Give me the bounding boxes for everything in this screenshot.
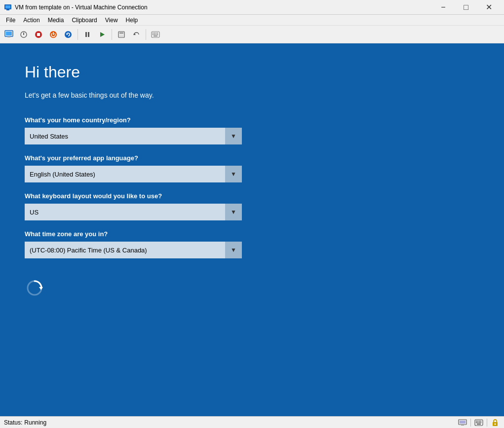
svg-rect-24 [157,33,158,34]
power-button[interactable] [46,28,60,41]
svg-rect-39 [480,421,481,422]
keyboard-button[interactable] [149,28,162,41]
country-select-wrapper: United States ▼ [25,128,242,144]
svg-rect-21 [153,33,154,34]
svg-point-11 [65,31,72,38]
menu-bar: File Action Media Clipboard View Help [0,15,504,26]
keyboard-select-wrapper: US ▼ [25,204,242,220]
keyboard-label: What keyboard layout would you like to u… [25,192,479,200]
reset-circle-button[interactable] [61,28,75,41]
app-icon [4,3,12,11]
close-button[interactable]: ✕ [477,0,500,15]
svg-point-46 [495,423,496,425]
undo-button[interactable] [129,28,143,41]
status-label: Status: [4,419,22,426]
lock-icon[interactable] [490,418,500,428]
language-section: What's your preferred app language? Engl… [25,154,479,182]
keyboard-status-icon[interactable] [474,418,484,428]
menu-file[interactable]: File [2,16,19,25]
svg-rect-34 [461,425,464,426]
vm-icon-button[interactable] [2,28,16,41]
status-value: Running [24,419,46,426]
svg-rect-29 [154,36,157,36]
svg-rect-36 [476,421,477,422]
revert-button[interactable] [17,28,31,41]
language-select[interactable]: English (United States) [25,166,242,182]
svg-rect-22 [154,33,155,34]
svg-rect-2 [6,9,9,10]
save-button[interactable] [115,28,128,41]
vm-screen: Hi there Let's get a few basic things ou… [0,43,504,416]
svg-marker-15 [100,32,105,37]
menu-help[interactable]: Help [122,16,142,25]
svg-rect-13 [85,32,87,37]
play-button[interactable] [95,28,109,41]
status-divider-2 [487,419,487,427]
menu-media[interactable]: Media [44,16,68,25]
svg-rect-44 [477,424,481,425]
timezone-label: What time zone are you in? [25,230,479,238]
timezone-select[interactable]: (UTC-08:00) Pacific Time (US & Canada) [25,242,242,258]
svg-marker-31 [39,287,43,290]
keyboard-section: What keyboard layout would you like to u… [25,192,479,220]
screen-heading: Hi there [25,63,479,81]
svg-rect-17 [119,32,123,34]
svg-rect-23 [155,33,156,34]
svg-rect-37 [477,421,478,422]
svg-rect-41 [477,422,478,423]
monitor-icon[interactable] [458,418,467,428]
language-select-wrapper: English (United States) ▼ [25,166,242,182]
window-controls: − □ ✕ [432,0,500,15]
svg-rect-26 [154,34,155,35]
svg-rect-40 [476,422,477,423]
timezone-select-wrapper: (UTC-08:00) Pacific Time (US & Canada) ▼ [25,242,242,258]
stop-button[interactable] [32,28,45,41]
svg-rect-33 [460,421,465,424]
svg-rect-7 [23,33,24,35]
svg-rect-4 [6,32,12,36]
svg-rect-5 [7,36,10,37]
toolbar-separator-2 [112,29,112,40]
svg-rect-38 [479,421,480,422]
toolbar [0,26,504,43]
language-label: What's your preferred app language? [25,154,479,162]
svg-rect-18 [119,35,123,37]
country-label: What's your home country/region? [25,116,479,124]
svg-rect-25 [153,34,154,35]
toolbar-separator-3 [146,29,146,40]
country-select[interactable]: United States [25,128,242,144]
menu-view[interactable]: View [101,16,122,25]
maximize-button[interactable]: □ [455,0,477,15]
status-bar: Status: Running [0,416,504,428]
loading-indicator [25,278,44,298]
svg-rect-27 [155,34,156,35]
svg-rect-28 [157,34,158,35]
country-section: What's your home country/region? United … [25,116,479,144]
svg-rect-9 [37,33,40,36]
window-title: VM from template on - Virtual Machine Co… [15,4,432,11]
minimize-button[interactable]: − [432,0,455,15]
svg-rect-1 [5,5,10,8]
menu-clipboard[interactable]: Clipboard [68,16,101,25]
status-text: Status: Running [4,419,46,426]
screen-subtitle: Let's get a few basic things out of the … [25,91,479,99]
toolbar-separator-1 [78,29,78,40]
menu-action[interactable]: Action [19,16,43,25]
title-bar: VM from template on - Virtual Machine Co… [0,0,504,15]
svg-rect-42 [479,422,480,423]
timezone-section: What time zone are you in? (UTC-08:00) P… [25,230,479,258]
keyboard-select[interactable]: US [25,204,242,220]
pause-button[interactable] [80,28,94,41]
svg-rect-14 [88,32,89,37]
status-icons [458,418,500,428]
svg-rect-43 [480,422,481,423]
status-divider-1 [470,419,471,427]
